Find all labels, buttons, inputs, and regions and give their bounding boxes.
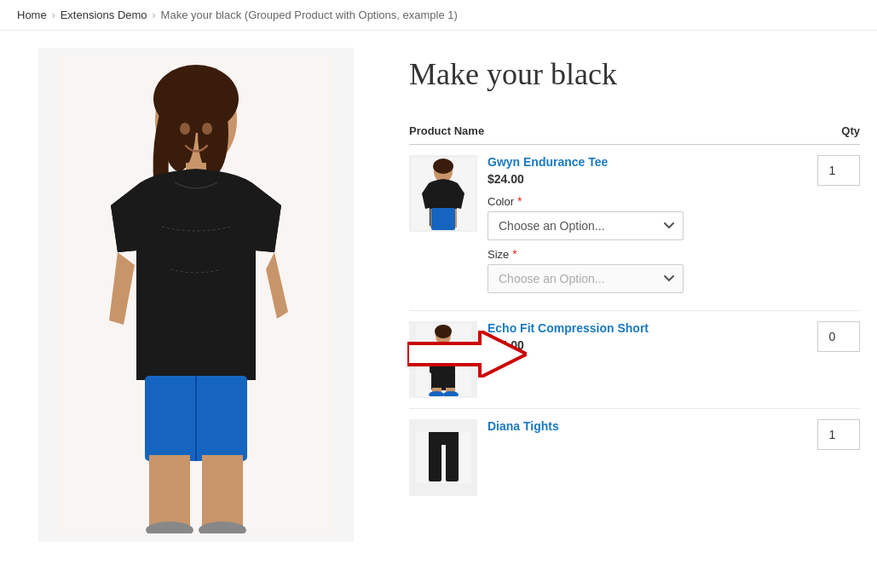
table-row: Diana Tights: [409, 409, 860, 497]
echo-price: $24.00: [488, 338, 789, 352]
echo-qty-input[interactable]: [817, 321, 860, 352]
gwyn-qty-input[interactable]: [817, 155, 860, 186]
col-product-name: Product Name: [409, 118, 789, 145]
diana-thumbnail: [409, 419, 477, 496]
size-label: Size *: [488, 247, 789, 261]
breadcrumb: Home › Extensions Demo › Make your black…: [0, 0, 877, 31]
diana-info: Diana Tights: [488, 419, 789, 436]
gwyn-info: Gwyn Endurance Tee $24.00 Color *: [488, 155, 789, 300]
breadcrumb-sep-1: ›: [52, 9, 55, 21]
product-image-column: [17, 48, 375, 542]
main-product-image: [38, 48, 354, 542]
color-select[interactable]: Choose an Option... Black White: [488, 211, 684, 240]
table-row: Gwyn Endurance Tee $24.00 Color *: [409, 145, 860, 311]
product-detail-column: Make your black Product Name Qty: [409, 48, 860, 542]
breadcrumb-home[interactable]: Home: [17, 9, 47, 21]
page-title: Make your black: [409, 56, 860, 92]
size-option-row: Size * Choose an Option... XS S M L: [488, 247, 789, 293]
echo-qty-cell: [789, 311, 860, 409]
color-label: Color *: [488, 194, 789, 208]
table-header-row: Product Name Qty: [409, 118, 860, 145]
arrow-annotation: [407, 331, 527, 378]
breadcrumb-current: Make your black (Grouped Product with Op…: [161, 9, 458, 21]
color-required-star: *: [517, 194, 522, 208]
gwyn-thumbnail: [409, 155, 477, 232]
color-option-row: Color * Choose an Option... Black White: [488, 194, 789, 240]
echo-name-link[interactable]: Echo Fit Compression Short: [488, 321, 789, 335]
svg-point-6: [202, 123, 212, 135]
gwyn-qty-cell: [789, 145, 860, 311]
svg-rect-20: [431, 208, 455, 230]
diana-qty-input[interactable]: [817, 419, 860, 450]
svg-rect-32: [429, 443, 441, 481]
breadcrumb-extensions[interactable]: Extensions Demo: [61, 9, 147, 21]
col-qty: Qty: [789, 118, 860, 145]
diana-qty-cell: [789, 409, 860, 497]
product-table: Product Name Qty: [409, 118, 860, 496]
svg-rect-33: [446, 443, 459, 481]
gwyn-price: $24.00: [488, 172, 789, 186]
echo-info: Echo Fit Compression Short $24.00: [488, 321, 789, 360]
size-required-star: *: [512, 247, 516, 261]
gwyn-product-cell: Gwyn Endurance Tee $24.00 Color *: [409, 145, 789, 311]
svg-marker-14: [407, 331, 527, 378]
diana-product-cell: Diana Tights: [409, 409, 789, 497]
svg-rect-31: [429, 432, 459, 445]
diana-name-link[interactable]: Diana Tights: [488, 419, 789, 433]
gwyn-name-link[interactable]: Gwyn Endurance Tee: [488, 155, 789, 169]
svg-point-5: [180, 123, 190, 135]
size-select[interactable]: Choose an Option... XS S M L: [488, 264, 684, 293]
svg-rect-10: [149, 455, 190, 530]
breadcrumb-sep-2: ›: [153, 9, 156, 21]
svg-point-17: [433, 159, 453, 174]
svg-rect-11: [202, 455, 243, 530]
